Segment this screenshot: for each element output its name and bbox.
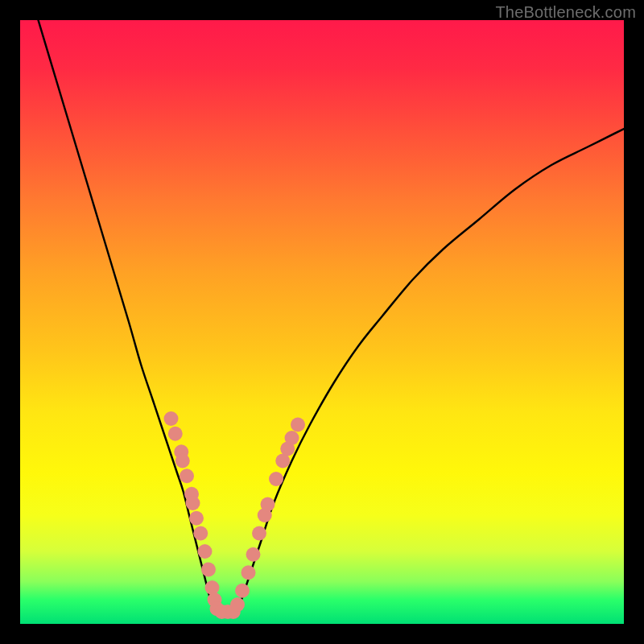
watermark-text: TheBottleneck.com <box>495 3 636 22</box>
data-marker <box>230 597 245 612</box>
data-marker <box>285 431 299 445</box>
data-marker <box>186 496 200 510</box>
data-marker <box>252 526 266 541</box>
data-marker <box>193 526 208 541</box>
data-marker <box>269 472 283 486</box>
data-marker <box>201 563 216 577</box>
data-marker <box>261 497 275 512</box>
data-marker <box>205 580 220 595</box>
curve-left-curve <box>39 20 214 612</box>
chart-svg <box>20 20 624 624</box>
data-marker <box>164 411 179 426</box>
data-marker <box>175 454 190 469</box>
data-marker <box>189 511 204 526</box>
data-marker <box>246 547 261 562</box>
curve-right-curve <box>237 129 624 612</box>
data-marker <box>180 469 194 483</box>
data-marker <box>242 565 256 580</box>
chart-plot-area <box>20 20 624 624</box>
data-marker <box>235 584 250 598</box>
data-marker <box>168 427 183 441</box>
data-marker <box>291 418 305 432</box>
data-marker <box>198 544 213 559</box>
